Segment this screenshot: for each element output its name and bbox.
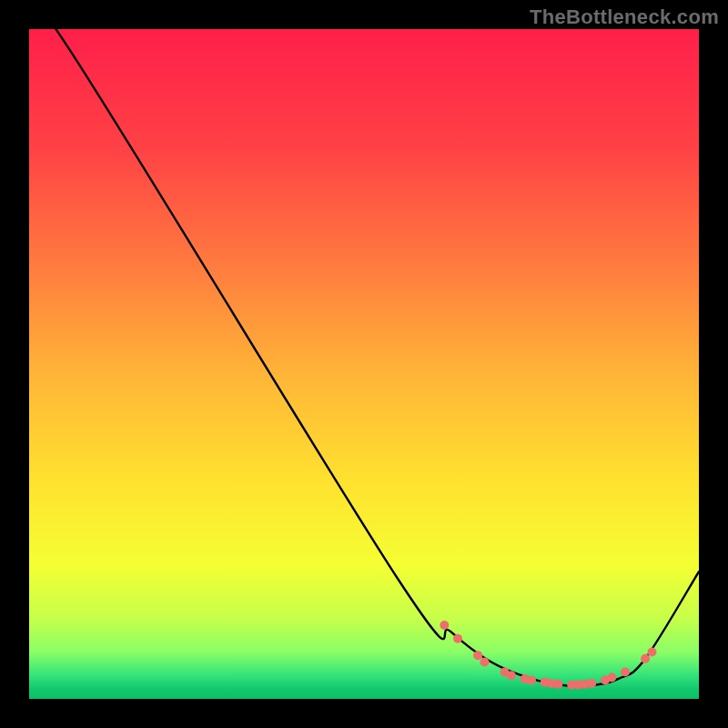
marker-dot [641, 654, 650, 663]
marker-dot [587, 679, 596, 688]
marker-dot [647, 647, 656, 656]
marker-dot [453, 634, 462, 643]
marker-dot [621, 668, 630, 677]
chart-frame: TheBottleneck.com [0, 0, 728, 728]
marker-dot [507, 671, 516, 680]
marker-dot [607, 672, 616, 682]
bottleneck-chart [29, 29, 699, 699]
marker-dot [527, 675, 536, 684]
marker-dot [473, 651, 482, 660]
watermark-text: TheBottleneck.com [530, 5, 719, 29]
plot-background [29, 29, 699, 699]
marker-dot [553, 680, 562, 689]
marker-dot [440, 621, 449, 630]
marker-dot [480, 658, 489, 667]
